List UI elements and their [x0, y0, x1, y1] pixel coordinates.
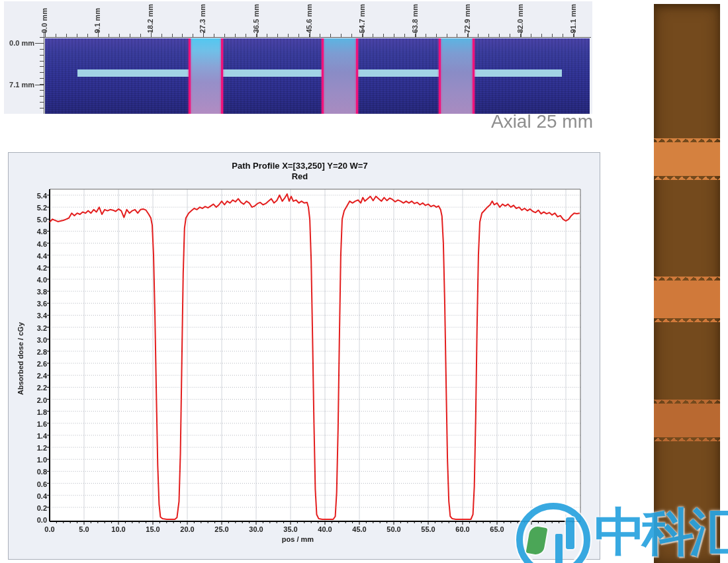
isodose-contour-right	[356, 38, 358, 114]
watermark-text: 中科汇仪	[594, 503, 728, 561]
ruler-minor-tick	[40, 78, 44, 79]
isodose-contour-left	[439, 38, 441, 114]
film-scan-image[interactable]	[45, 38, 590, 114]
ruler-major-tick	[35, 43, 44, 44]
isodose-contour-left	[189, 38, 191, 114]
ruler-minor-tick	[40, 96, 44, 97]
film-exposed-band	[654, 281, 720, 318]
watermark: 中科汇仪	[516, 503, 728, 563]
y-axis-title: Absorbed dose / cGy	[17, 306, 26, 411]
ruler-minor-tick	[40, 61, 44, 62]
isodose-contour-right	[221, 38, 223, 114]
chart-subtitle: Red	[9, 171, 591, 181]
ruler-baseline	[44, 30, 44, 114]
scan-panel: 0.0 mm9.1 mm18.2 mm27.3 mm36.5 mm45.6 mm…	[4, 1, 592, 114]
ruler-minor-tick	[40, 72, 44, 73]
profile-chart[interactable]	[36, 185, 586, 527]
ruler-minor-tick	[40, 49, 44, 50]
profile-path-line[interactable]	[77, 69, 562, 77]
chart-title: Path Profile X=[33,250] Y=20 W=7	[9, 161, 591, 171]
ruler-minor-tick	[40, 108, 44, 108]
ruler-minor-tick	[40, 102, 44, 103]
irradiated-band	[322, 38, 357, 114]
logo-glyph-icon	[566, 517, 574, 549]
film-exposed-band	[654, 142, 720, 176]
isodose-contour-right	[473, 38, 475, 114]
ruler-minor-tick	[40, 55, 44, 56]
ruler-minor-tick	[40, 90, 44, 91]
film-strip	[654, 4, 720, 563]
ruler-label: 0.0 mm	[7, 39, 34, 47]
irradiated-band	[189, 38, 222, 114]
ruler-major-tick	[35, 85, 44, 85]
ruler-minor-tick	[40, 37, 44, 38]
watermark-logo-icon	[516, 503, 590, 563]
isodose-contour-left	[322, 38, 324, 114]
irradiated-band	[439, 38, 474, 114]
leaf-icon	[526, 525, 548, 556]
ruler-label: 7.1 mm	[7, 81, 34, 89]
ruler-minor-tick	[40, 66, 44, 67]
slice-caption: Axial 25 mm	[424, 111, 593, 132]
page: 0.0 mm9.1 mm18.2 mm27.3 mm36.5 mm45.6 mm…	[0, 0, 728, 563]
film-exposed-band	[654, 404, 720, 437]
x-axis-title: pos / mm	[268, 535, 328, 543]
